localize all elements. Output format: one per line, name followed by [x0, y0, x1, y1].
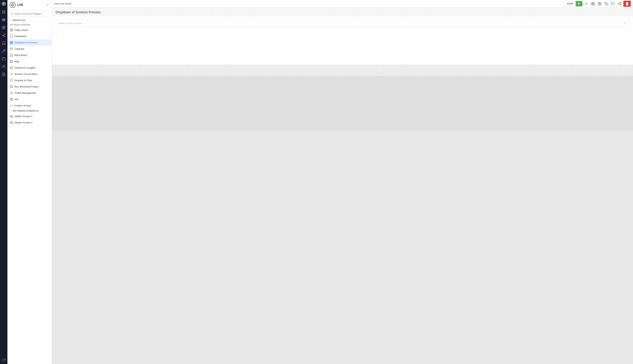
svg-point-48 [48, 54, 48, 54]
sidebar-item-dataforms-insights[interactable]: DataForms Insights [8, 64, 52, 71]
sidebar-item-page-layout[interactable]: Page Layout [8, 27, 52, 33]
share-button[interactable] [617, 1, 622, 6]
svg-rect-37 [10, 43, 13, 44]
sidebar-item-run-workshop-project[interactable]: Run Workshop Project [8, 84, 52, 90]
rail-icon-refresh[interactable] [0, 356, 8, 364]
sidebar-item-singular-ai-chat[interactable]: Singular AI Chat [8, 77, 52, 84]
eye-off-icon2 [10, 121, 13, 124]
svg-point-34 [48, 37, 48, 37]
rail-icon-apps[interactable] [0, 8, 8, 16]
app-logo[interactable] [0, 0, 8, 8]
svg-rect-18 [2, 58, 5, 60]
svg-point-38 [48, 41, 48, 42]
sidebar-item-label: test [15, 98, 44, 101]
svg-point-85 [48, 105, 48, 106]
sidebar-item-screens-group-menu[interactable]: Screens Group Menu [8, 71, 52, 77]
svg-point-45 [48, 48, 48, 48]
sidebar-item-dropdown-of-screens[interactable]: Dropdown of Screens [8, 39, 52, 46]
history-button[interactable] [610, 1, 616, 6]
svg-rect-7 [3, 20, 5, 20]
svg-rect-41 [10, 48, 13, 50]
svg-point-40 [48, 43, 48, 44]
play-button[interactable] [576, 1, 582, 6]
svg-rect-100 [592, 4, 593, 5]
app-title: Data App Studio [54, 2, 563, 5]
sidebar-item-hidden-screen-2[interactable]: Hidden Screen 2 [8, 119, 52, 126]
rail-icon-document[interactable] [0, 70, 8, 78]
collapse-sidebar-button[interactable] [46, 3, 50, 6]
preview-container: Dropdown of Screens Preview Select Scree… [52, 8, 633, 76]
rail-icon-briefcase[interactable] [0, 55, 8, 62]
dropdown-placeholder: Select Screen to load [59, 22, 81, 25]
svg-rect-98 [592, 2, 593, 3]
rail-icon-layers[interactable] [0, 16, 8, 24]
sidebar-item-dashboard[interactable]: Dashboard [8, 33, 52, 39]
svg-point-92 [48, 122, 48, 122]
add-button[interactable] [583, 1, 589, 6]
svg-point-75 [11, 92, 12, 93]
sidebar-logo [10, 2, 16, 8]
sidebar-item-map[interactable]: Map [8, 58, 52, 64]
layout-button[interactable] [590, 1, 596, 6]
svg-point-89 [48, 116, 48, 116]
sidebar-item-profile-management[interactable]: Profile Management [8, 90, 52, 96]
svg-point-32 [48, 35, 48, 36]
copy-button[interactable] [603, 1, 609, 6]
preview-footer [52, 65, 633, 76]
sidebar-item-work-board[interactable]: Work Board [8, 52, 52, 58]
svg-point-28 [48, 30, 48, 30]
rail-icon-dashboard[interactable] [0, 24, 8, 31]
tablet-icon [10, 34, 13, 38]
preview-title: Dropdown of Screens Preview [56, 10, 101, 14]
edit-icon [10, 66, 13, 69]
svg-point-82 [48, 99, 48, 99]
book-open-icon [10, 85, 13, 88]
svg-point-54 [48, 60, 48, 60]
svg-point-69 [48, 79, 48, 80]
screen-select-dropdown[interactable]: Select Screen to load [56, 20, 629, 27]
svg-point-47 [48, 50, 48, 50]
sidebar-content: WIDGETS (2) APP MENU SCREENS Page Layout… [8, 18, 52, 364]
rail-icon-book[interactable] [0, 40, 8, 47]
save-button[interactable]: SAVE [564, 1, 576, 6]
svg-line-25 [13, 14, 13, 15]
sidebar-item-hidden-screen-1[interactable]: Hidden Screen 1 [8, 113, 52, 119]
svg-rect-101 [593, 4, 594, 5]
rail-icon-person-group[interactable] [0, 63, 8, 70]
settings-button[interactable] [597, 1, 602, 6]
svg-point-72 [48, 86, 48, 86]
svg-rect-99 [593, 2, 594, 3]
svg-rect-35 [10, 41, 13, 42]
topbar-actions: SAVE [564, 1, 631, 7]
rail-icon-share[interactable] [0, 32, 8, 39]
svg-point-57 [48, 66, 48, 67]
sidebar-item-label: Work Board [15, 54, 44, 56]
sidebar-item-label: DataForms Insights [15, 66, 44, 69]
preview-header: Dropdown of Screens Preview [52, 8, 633, 16]
dropdown-icon [10, 41, 13, 44]
chevron-down-icon [623, 22, 626, 25]
code-icon [10, 104, 13, 107]
rail-icon-tools[interactable] [0, 47, 8, 55]
icon-rail [0, 0, 8, 364]
app-menu-screens-label: APP MENU SCREENS [8, 22, 52, 27]
svg-marker-51 [10, 60, 13, 63]
svg-point-49 [48, 55, 48, 55]
sidebar-item-calendar[interactable]: Calendar [8, 46, 52, 52]
svg-point-50 [48, 56, 48, 56]
person-icon [10, 91, 13, 94]
svg-point-105 [618, 3, 619, 4]
sidebar-item-custom-screen[interactable]: Custom Screen [8, 102, 52, 108]
hidden-screens-section-label[interactable]: APP HIDDEN SCREENS (2) [8, 108, 52, 113]
svg-marker-95 [578, 2, 580, 5]
svg-point-73 [48, 86, 48, 87]
svg-point-102 [599, 3, 600, 4]
workspace-name: LAB [17, 3, 23, 6]
widgets-section-label[interactable]: WIDGETS (2) [8, 18, 52, 22]
svg-point-19 [3, 65, 4, 66]
sidebar-item-label: Calendar [15, 48, 44, 50]
sidebar-item-test[interactable]: test [8, 96, 52, 102]
topbar: Data App Studio SAVE [52, 0, 633, 8]
delete-button[interactable] [623, 1, 631, 7]
search-input[interactable] [15, 12, 49, 15]
